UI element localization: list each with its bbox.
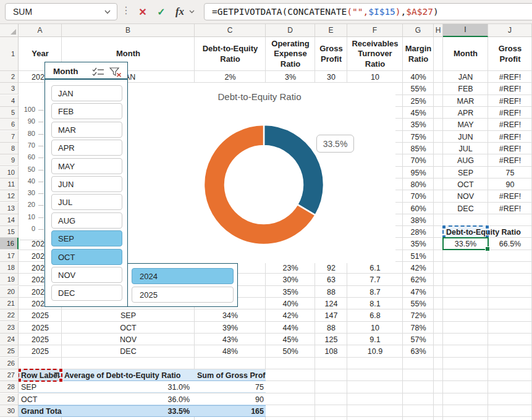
row-header-19[interactable]: 19 (0, 274, 19, 285)
formula-bar[interactable]: =GETPIVOTDATA(CONCATENATE("",$I$15),$A$2… (204, 3, 532, 20)
cell-A22[interactable]: 2025 (19, 309, 62, 321)
cell-E1[interactable]: Gross Profit (315, 37, 347, 71)
cell-J8[interactable]: #REF! (488, 143, 532, 154)
cell-G11[interactable]: 80% (403, 178, 434, 190)
cell-D19[interactable]: 30% (266, 274, 315, 285)
cell-E20[interactable]: 88 (315, 286, 347, 298)
cell-D1[interactable]: Operating Expense Ratio (266, 37, 315, 71)
cell-D24[interactable]: 45% (266, 334, 315, 345)
cell-F19[interactable]: 7.7 (347, 274, 403, 285)
month-slicer-item-APR[interactable]: APR (51, 140, 122, 156)
enter-check-icon[interactable]: ✓ (153, 4, 169, 20)
cell-G10[interactable]: 95% (403, 167, 434, 178)
cell-G9[interactable]: 70% (403, 154, 434, 166)
row-header-14[interactable]: 14 (0, 214, 19, 226)
cell-J12[interactable]: #REF! (488, 190, 532, 202)
column-header-A[interactable]: A (19, 23, 62, 37)
month-slicer-item-DEC[interactable]: DEC (51, 285, 122, 301)
year-slicer-item-2025[interactable]: 2025 (132, 287, 234, 303)
multi-select-icon[interactable] (92, 67, 104, 77)
cell-D22[interactable]: 42% (266, 309, 315, 321)
cell-D20[interactable]: 35% (266, 286, 315, 298)
cell-B30[interactable]: 33.5% (62, 405, 195, 417)
column-header-D[interactable]: D (266, 23, 315, 37)
cell-G6[interactable]: 35% (403, 119, 434, 130)
cell-C28[interactable]: 75 (195, 381, 266, 393)
cell-G24[interactable]: 57% (403, 334, 434, 345)
cell-G17[interactable]: 51% (403, 250, 434, 262)
row-header-13[interactable]: 13 (0, 203, 19, 214)
cell-G8[interactable]: 85% (403, 143, 434, 154)
column-header-J[interactable]: J (488, 23, 532, 37)
row-header-23[interactable]: 23 (0, 322, 19, 334)
row-header-21[interactable]: 21 (0, 298, 19, 309)
cell-C29[interactable]: 90 (195, 393, 266, 405)
cell-E24[interactable]: 125 (315, 334, 347, 345)
cell-E22[interactable]: 147 (315, 309, 347, 321)
cell-B22[interactable]: SEP (62, 309, 195, 321)
function-dropdown-icon[interactable] (189, 10, 195, 14)
cell-G4[interactable]: 25% (403, 95, 434, 107)
cell-A28[interactable]: SEP (19, 381, 62, 393)
month-slicer-item-FEB[interactable]: FEB (51, 103, 122, 119)
cell-F25[interactable]: 10.9 (347, 345, 403, 357)
cell-I8[interactable]: JUL (443, 143, 488, 154)
cell-I4[interactable]: MAR (443, 95, 488, 107)
row-header-11[interactable]: 11 (0, 178, 19, 190)
cell-I15[interactable]: Debt-to-Equity Ratio (443, 226, 488, 238)
cell-J2[interactable]: #REF! (488, 71, 532, 83)
cell-G20[interactable]: 47% (403, 286, 434, 298)
cell-J10[interactable]: 75 (488, 167, 532, 178)
cell-J13[interactable]: #REF! (488, 203, 532, 214)
cell-D18[interactable]: 23% (266, 262, 315, 274)
row-header-7[interactable]: 7 (0, 131, 19, 143)
cell-F21[interactable]: 8.1 (347, 298, 403, 309)
row-header-27[interactable]: 27 (0, 369, 19, 381)
cell-I11[interactable]: OCT (443, 178, 488, 190)
cell-G18[interactable]: 42% (403, 262, 434, 274)
cell-B28[interactable]: 31.0% (62, 381, 195, 393)
clear-filter-icon[interactable] (109, 67, 122, 77)
month-slicer[interactable]: MonthJANFEBMARAPRMAYJUNJULAUGSEPOCTNOVDE… (44, 62, 128, 307)
cell-G22[interactable]: 72% (403, 309, 434, 321)
row-header-3[interactable]: 3 (0, 83, 19, 94)
cell-J3[interactable]: #REF! (488, 83, 532, 94)
cell-C30[interactable]: 165 (195, 405, 266, 417)
cell-J1[interactable]: Gross Profit (488, 37, 532, 71)
month-slicer-item-SEP[interactable]: SEP (51, 230, 122, 246)
column-header-B[interactable]: B (62, 23, 195, 37)
cell-G2[interactable]: 40% (403, 71, 434, 83)
cell-J7[interactable]: #REF! (488, 131, 532, 143)
cell-B27[interactable]: Average of Debt-to-Equity Ratio (62, 369, 195, 381)
row-header-5[interactable]: 5 (0, 107, 19, 119)
cell-I3[interactable]: FEB (443, 83, 488, 94)
cell-G15[interactable]: 28% (403, 226, 434, 238)
cell-C2[interactable]: 2% (195, 71, 266, 83)
cell-B23[interactable]: OCT (62, 322, 195, 334)
year-slicer-item-2024[interactable]: 2024 (132, 268, 234, 284)
cell-A25[interactable]: 2025 (19, 345, 62, 357)
cell-G23[interactable]: 78% (403, 322, 434, 334)
cell-G7[interactable]: 75% (403, 131, 434, 143)
cell-F1[interactable]: Receivables Turnover Ratio (347, 37, 403, 71)
row-header-16[interactable]: 16 (0, 238, 19, 250)
cell-G5[interactable]: 45% (403, 107, 434, 119)
column-header-E[interactable]: E (315, 23, 347, 37)
cell-D25[interactable]: 50% (266, 345, 315, 357)
cell-I7[interactable]: JUN (443, 131, 488, 143)
month-slicer-item-AUG[interactable]: AUG (51, 212, 122, 229)
cell-F23[interactable]: 10 (347, 322, 403, 334)
cell-D23[interactable]: 44% (266, 322, 315, 334)
row-header-1[interactable]: 1 (0, 37, 19, 71)
cell-B29[interactable]: 36.0% (62, 393, 195, 405)
column-header-H[interactable]: H (434, 23, 443, 37)
column-header-G[interactable]: G (403, 23, 434, 37)
cell-E21[interactable]: 124 (315, 298, 347, 309)
cell-I9[interactable]: AUG (443, 154, 488, 166)
row-header-9[interactable]: 9 (0, 154, 19, 166)
row-header-17[interactable]: 17 (0, 250, 19, 262)
cell-I16[interactable]: 33.5% (443, 238, 488, 250)
month-slicer-item-JUN[interactable]: JUN (51, 176, 122, 192)
cell-C27[interactable]: Sum of Gross Profit (195, 369, 266, 381)
cell-C22[interactable]: 34% (195, 309, 266, 321)
